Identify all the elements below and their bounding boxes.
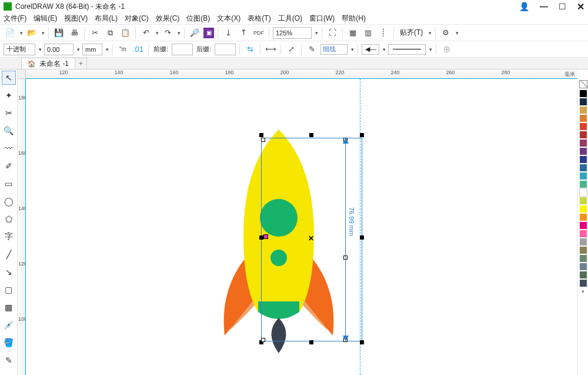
swatch[interactable] [579,139,587,147]
ruler-corner[interactable] [18,69,26,79]
no-fill-swatch[interactable] [579,80,587,88]
numeric-style[interactable]: 十进制 [4,44,35,55]
menu-view[interactable]: 视图(V) [64,14,88,24]
export-button[interactable]: ⤒ [237,26,250,39]
palette-scroll-down[interactable]: ▾ [582,288,584,294]
swatch[interactable] [579,221,587,230]
handle-tr[interactable] [360,133,364,137]
dimension-text[interactable]: 76.99 mm [348,207,355,236]
swatch[interactable] [579,89,587,98]
outline-tool[interactable]: ✎ [2,353,16,367]
menu-table[interactable]: 表格(T) [248,14,270,24]
launch-button[interactable]: ▣ [203,28,214,38]
grid-button[interactable]: ▥ [362,26,375,39]
drawing-canvas[interactable]: ✕ 76.99 mm [26,79,577,375]
swatch[interactable] [579,122,587,131]
maximize-button[interactable]: ☐ [559,2,566,11]
minimize-button[interactable]: — [540,2,548,11]
show-units-button[interactable]: "m [116,43,129,56]
dynamic-dim-button[interactable]: ⟷ [264,43,277,56]
object-center[interactable] [263,234,268,239]
zoom-tool[interactable]: 🔍 [2,124,16,138]
connector-tool[interactable]: ↘ [2,265,16,279]
document-tab[interactable]: 🏠 未命名 -1 [21,58,75,69]
swatch[interactable] [579,271,587,279]
freehand-tool[interactable]: 〰 [2,141,16,155]
add-preset-button[interactable]: ⊕ [440,43,453,56]
close-button[interactable]: ✕ [577,1,584,12]
menu-object[interactable]: 对象(C) [125,14,149,24]
precision-value[interactable]: 0.00 [44,44,74,55]
horizontal-ruler[interactable]: 120 140 160 180 200 220 240 260 280 毫米 [26,69,577,79]
parallel-dim-tool[interactable]: ╱ [2,247,16,261]
new-tab-button[interactable]: + [75,58,87,69]
dim-node-end[interactable] [261,338,265,342]
handle-ml[interactable] [259,235,263,240]
text-position-button[interactable]: ⇆ [243,43,256,56]
copy-button[interactable]: ⧉ [103,26,116,39]
swatch[interactable] [579,246,587,254]
dimension-line[interactable] [345,141,346,338]
search-button[interactable]: 🔎 [188,26,201,39]
transparency-tool[interactable]: ▩ [2,300,16,314]
swatch[interactable] [579,98,587,106]
rectangle-tool[interactable]: ▭ [2,177,16,191]
rulers-button[interactable]: ▦ [346,26,359,39]
fill-tool[interactable]: 🪣 [2,336,16,350]
paste-button[interactable]: 📋 [119,26,132,39]
vertical-ruler[interactable]: 180 160 140 120 100 [18,79,26,375]
swatch[interactable] [579,131,587,139]
text-tool[interactable]: 字 [2,230,16,244]
menu-window[interactable]: 窗口(W) [309,14,335,24]
eyedropper-tool[interactable]: 💉 [2,318,16,332]
open-button[interactable]: 📂 [25,26,38,39]
guides-button[interactable]: ┊ [377,26,390,39]
prefix-input[interactable] [172,44,193,55]
options-button[interactable]: ⚙ [439,26,452,39]
zoom-level[interactable]: 125% [273,27,312,39]
outline-width[interactable]: 细线 [320,44,348,55]
unit-select[interactable]: mm [82,44,102,55]
new-doc-button[interactable]: 📄 [4,26,16,39]
menu-help[interactable]: 帮助(H) [342,14,366,24]
undo-button[interactable]: ↶ [139,26,152,39]
swatch[interactable] [579,164,587,172]
swatch[interactable] [579,230,587,238]
suffix-input[interactable] [215,44,236,55]
handle-tm[interactable] [309,133,313,137]
pdf-button[interactable]: PDF [252,26,265,39]
menu-text[interactable]: 文本(X) [217,14,240,24]
ext-line-button[interactable]: ⤢ [285,43,298,56]
menu-file[interactable]: 文件(F) [4,14,26,24]
shape-tool[interactable]: ✦ [2,88,16,102]
swatch[interactable] [579,188,587,197]
leading-zero-button[interactable]: .01 [132,43,145,56]
cut-button[interactable]: ✂ [88,26,101,39]
menu-tools[interactable]: 工具(O) [278,14,302,24]
start-arrow[interactable]: ◀— [362,44,379,55]
menu-effect[interactable]: 效果(C) [156,14,180,24]
redo-button[interactable]: ↷ [161,26,174,39]
dim-node-start[interactable] [261,138,265,142]
swatch[interactable] [579,197,587,205]
ellipse-tool[interactable]: ◯ [2,194,16,208]
polygon-tool[interactable]: ⬠ [2,212,16,226]
swatch[interactable] [579,155,587,164]
swatch[interactable] [579,263,587,271]
swatch[interactable] [579,172,587,180]
drop-shadow-tool[interactable]: ▢ [2,283,16,297]
pick-tool[interactable]: ↖ [2,71,16,85]
snap-label[interactable]: 贴齐(T) [397,28,425,38]
handle-bm[interactable] [309,340,313,344]
swatch[interactable] [579,279,587,287]
swatch[interactable] [579,238,587,246]
swatch[interactable] [579,213,587,221]
artistic-media-tool[interactable]: ✐ [2,159,16,173]
swatch[interactable] [579,180,587,188]
swatch[interactable] [579,147,587,155]
fullscreen-button[interactable]: ⛶ [326,26,339,39]
swatch[interactable] [579,254,587,263]
print-button[interactable]: 🖶 [68,26,81,39]
crop-tool[interactable]: ✂ [2,106,16,120]
menu-layout[interactable]: 布局(L) [95,14,118,24]
